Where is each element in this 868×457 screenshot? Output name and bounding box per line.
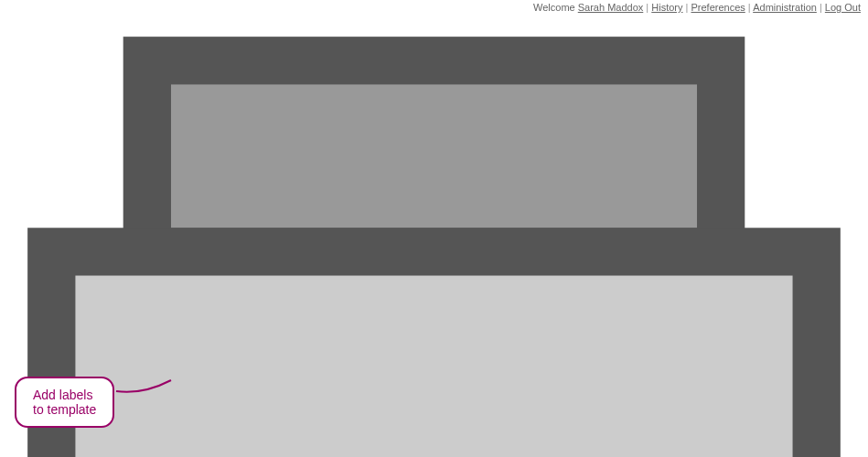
callout-text: Add labels to template (33, 388, 96, 417)
link-administration[interactable]: Administration (753, 2, 817, 13)
svg-rect-0 (147, 60, 721, 251)
welcome-prefix: Welcome (533, 2, 575, 13)
callout: Add labels to template (15, 377, 114, 428)
link-history[interactable]: History (651, 2, 682, 13)
link-logout[interactable]: Log Out (825, 2, 861, 13)
link-preferences[interactable]: Preferences (691, 2, 745, 13)
svg-rect-1 (51, 251, 816, 457)
welcome-username[interactable]: Sarah Maddox (578, 2, 644, 13)
callout-tail (115, 378, 172, 395)
